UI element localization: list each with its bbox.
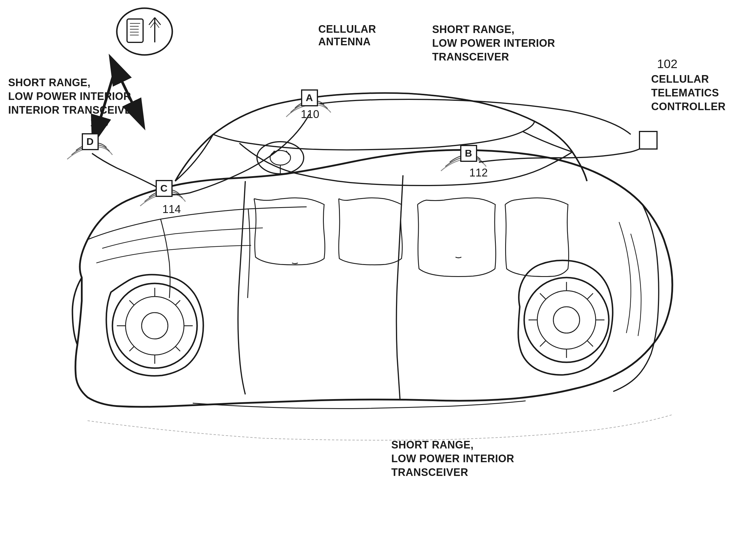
point-c-label: C [160,182,168,194]
point-b-label: B [465,147,472,159]
svg-line-15 [175,346,180,351]
short-range-left-label: SHORT RANGE, LOW POWER INTERIOR INTERIOR… [8,76,140,117]
svg-line-25 [540,293,546,299]
svg-line-27 [540,341,546,347]
num-102-label: 102 [657,57,677,71]
diagram-container: CELLULAR ANTENNA SHORT RANGE, LOW POWER … [0,0,756,544]
cellular-telematics-label: CELLULAR TELEMATICS CONTROLLER [651,72,726,113]
num-112-label: 112 [469,166,488,179]
cellular-antenna-label: CELLULAR ANTENNA [318,23,376,48]
svg-line-14 [129,300,134,305]
svg-line-43 [149,18,155,25]
short-range-top-right-label: SHORT RANGE, LOW POWER INTERIOR TRANSCEI… [432,23,555,64]
svg-line-44 [155,18,161,25]
svg-point-9 [142,313,168,339]
num-114-label: 114 [162,203,181,215]
svg-point-19 [537,291,596,349]
svg-line-17 [175,300,180,305]
num-116-label: 116 [90,116,108,129]
num-110-label: 110 [301,108,319,121]
svg-line-5 [286,151,289,155]
svg-line-16 [129,346,134,351]
point-a-label: A [306,91,313,104]
svg-line-28 [587,293,593,299]
svg-rect-36 [127,19,143,42]
svg-point-47 [117,8,172,55]
svg-line-26 [587,341,593,347]
svg-rect-35 [639,131,657,149]
short-range-bottom-label: SHORT RANGE, LOW POWER INTERIOR TRANSCEI… [391,438,514,479]
point-d-label: D [86,135,94,148]
svg-point-20 [553,307,580,333]
